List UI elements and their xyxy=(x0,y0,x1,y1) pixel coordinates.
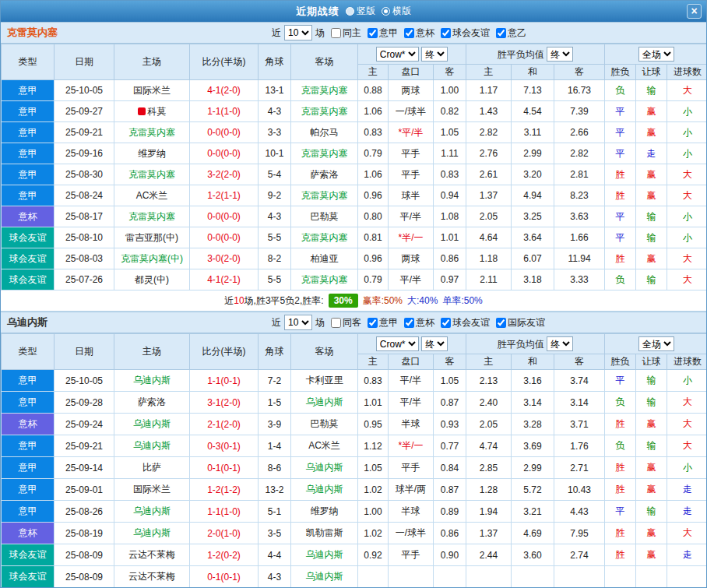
handicap-result-cell: 输 xyxy=(636,206,667,227)
result-cell: 胜 xyxy=(605,185,636,206)
title-bar: 近期战绩 竖版 横版 × xyxy=(1,1,706,22)
home-odds-cell: 0.95 xyxy=(358,414,389,435)
handicap-result-cell: 赢 xyxy=(636,479,667,501)
league-filter-checkbox[interactable]: 球会友谊 xyxy=(441,26,490,40)
league-filter-checkbox[interactable]: 意乙 xyxy=(496,26,526,40)
corner-cell: 13-2 xyxy=(259,479,291,501)
match-row: 意杯25-09-24乌迪内斯2-1(2-0)3-9巴勒莫0.95半球0.932.… xyxy=(2,414,707,435)
odds-source-select[interactable]: Crow* xyxy=(376,47,419,62)
away-odds-cell: 0.93 xyxy=(434,414,466,435)
score-cell: 1-2(1-2) xyxy=(190,479,259,501)
games-label: 场 xyxy=(315,26,325,40)
match-row: 意甲25-08-24AC米兰1-2(1-1)9-2克雷莫内塞0.96球半0.94… xyxy=(2,185,707,206)
goals-cell: 小 xyxy=(667,101,707,122)
handicap-cell: 平/半 xyxy=(389,206,434,227)
league-filter-label: 球会友谊 xyxy=(452,316,490,329)
goals-cell: 大 xyxy=(667,435,707,457)
match-row: 意杯25-08-19乌迪内斯2-0(1-0)3-5凯勒雷斯1.02一/球半0.8… xyxy=(2,523,707,544)
col-away: 客场 xyxy=(291,334,358,370)
result-cell: 平 xyxy=(605,227,636,248)
odds-source-select[interactable]: Crow* xyxy=(376,336,419,351)
col-date: 日期 xyxy=(55,44,114,80)
home-team-cell: 国际米兰 xyxy=(114,80,190,101)
league-cell: 意甲 xyxy=(2,101,55,122)
league-filter-input[interactable] xyxy=(404,318,414,328)
odds-final-select[interactable]: 终 xyxy=(421,47,448,62)
same-venue-input[interactable] xyxy=(331,318,341,328)
home-odds-cell: 1.02 xyxy=(358,479,389,501)
result-cell: 平 xyxy=(605,370,636,392)
same-venue-input[interactable] xyxy=(331,28,341,38)
over-rate: 大:40% xyxy=(407,294,438,308)
score-cell: 0-1(0-1) xyxy=(190,457,259,479)
scope-select[interactable]: 全场 xyxy=(638,47,674,62)
avg-away-cell: 8.23 xyxy=(554,185,605,206)
avg-home-cell: 1.43 xyxy=(466,101,512,122)
avg-away-cell: 4.43 xyxy=(554,501,605,523)
avg-away-cell: 3.74 xyxy=(554,370,605,392)
same-venue-checkbox[interactable]: 同主 xyxy=(331,26,361,40)
avg-draw-cell: 3.18 xyxy=(512,269,554,290)
avg-draw-cell: 7.13 xyxy=(512,80,554,101)
league-filter-input[interactable] xyxy=(496,28,506,38)
league-filter-input[interactable] xyxy=(496,318,506,328)
league-filter-checkbox[interactable]: 意杯 xyxy=(404,316,434,329)
handicap-cell: 一/球半 xyxy=(389,101,434,122)
avg-final-select[interactable]: 终 xyxy=(547,336,573,351)
league-filter-input[interactable] xyxy=(404,28,414,38)
league-filter-input[interactable] xyxy=(441,28,451,38)
score-cell: 4-1(2-1) xyxy=(190,269,259,290)
odds-final-select[interactable]: 终 xyxy=(421,336,448,351)
avg-final-select[interactable]: 终 xyxy=(547,47,573,62)
away-odds-cell: 0.89 xyxy=(434,501,466,523)
result-cell: 负 xyxy=(605,269,636,290)
avg-away-cell: 2.81 xyxy=(554,164,605,185)
avg-away-cell xyxy=(554,566,605,588)
result-cell: 胜 xyxy=(605,544,636,566)
away-team-cell: AC米兰 xyxy=(291,435,358,457)
league-filter-checkbox[interactable]: 球会友谊 xyxy=(441,316,490,329)
score-cell: 0-0(0-0) xyxy=(190,143,259,164)
home-team-cell: 萨索洛 xyxy=(114,392,190,414)
summary-text: 近10场,胜3平5负2,胜率: xyxy=(224,294,323,308)
matches-table: 类型 日期 主场 比分(半场) 角球 客场 Crow* 终 胜平负均值 终 全场 xyxy=(1,44,707,290)
handicap-win-rate: 赢率:50% xyxy=(363,294,403,308)
league-filter-checkbox[interactable]: 意甲 xyxy=(368,26,398,40)
league-filter-input[interactable] xyxy=(368,28,378,38)
team-name: 乌迪内斯 xyxy=(7,315,47,329)
same-venue-checkbox[interactable]: 同客 xyxy=(331,316,361,329)
corner-cell: 1-5 xyxy=(259,392,291,414)
league-filter-checkbox[interactable]: 意甲 xyxy=(368,316,398,329)
league-filter-checkbox[interactable]: 意杯 xyxy=(404,26,434,40)
filter-bar: 近 10 场 同客 意甲 意杯 球会友谊 国际友谊 xyxy=(272,315,545,330)
scope-select[interactable]: 全场 xyxy=(638,336,674,351)
score-cell: 0-0(0-0) xyxy=(190,227,259,248)
result-cell: 平 xyxy=(605,501,636,523)
avg-home-cell: 1.18 xyxy=(466,248,512,269)
result-cell: 胜 xyxy=(605,479,636,501)
close-button[interactable]: × xyxy=(687,4,702,19)
col-result: 胜负 xyxy=(605,65,636,80)
handicap-result-cell: 赢 xyxy=(636,544,667,566)
scope-header: 全场 xyxy=(605,44,707,65)
layout-vertical-radio[interactable]: 竖版 xyxy=(346,5,375,18)
col-avg-home: 主 xyxy=(466,354,512,370)
league-filter-input[interactable] xyxy=(441,318,451,328)
handicap-cell: 球半/两 xyxy=(389,479,434,501)
handicap-result-cell xyxy=(636,566,667,588)
match-row: 球会友谊25-08-10雷吉亚那(中)0-0(0-0)5-5克雷莫内塞0.81*… xyxy=(2,227,707,248)
league-cell: 意甲 xyxy=(2,122,55,143)
league-filter-checkbox[interactable]: 国际友谊 xyxy=(496,316,545,329)
layout-horizontal-radio[interactable]: 横版 xyxy=(382,5,411,18)
avg-draw-cell: 2.99 xyxy=(512,143,554,164)
home-team-name: 云达不莱梅 xyxy=(128,571,175,582)
recent-count-select[interactable]: 10 xyxy=(284,315,312,330)
home-team-cell: 科莫 xyxy=(114,101,190,122)
avg-away-cell: 10.43 xyxy=(554,479,605,501)
match-row: 意甲25-09-14比萨0-1(0-1)8-6乌迪内斯1.05平手0.842.8… xyxy=(2,457,707,479)
col-avg-away: 客 xyxy=(554,354,605,370)
recent-count-select[interactable]: 10 xyxy=(284,25,312,40)
win-rate-badge: 30% xyxy=(329,294,358,308)
league-filter-input[interactable] xyxy=(368,318,378,328)
away-odds-cell: 0.82 xyxy=(434,101,466,122)
